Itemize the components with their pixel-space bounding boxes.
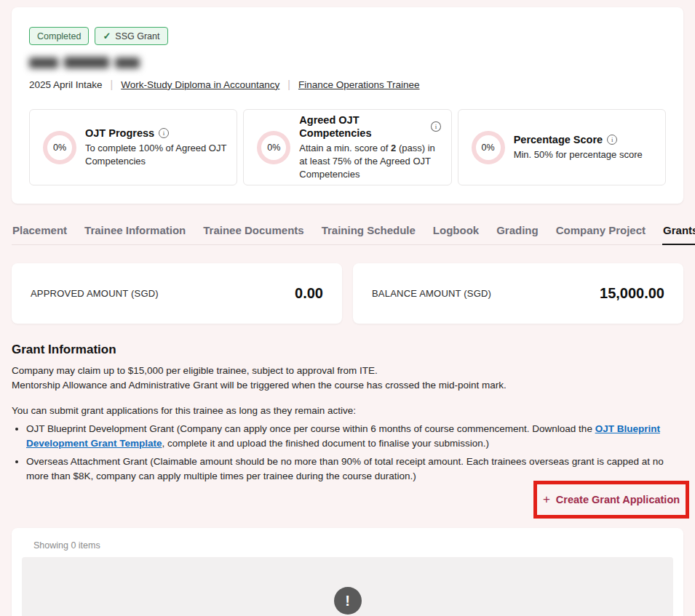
- divider: |: [287, 79, 290, 90]
- amounts-row: APPROVED AMOUNT (SGD) 0.00 BALANCE AMOUN…: [12, 263, 683, 324]
- progress-ring: 0%: [472, 131, 505, 164]
- grant-info-intro: You can submit grant applications for th…: [12, 404, 683, 418]
- stat-card-percentage-score: 0% Percentage Score i Min. 50% for perce…: [458, 109, 666, 185]
- divider: |: [111, 79, 114, 90]
- annotation-highlight-box: + Create Grant Application: [533, 481, 689, 519]
- info-icon[interactable]: i: [159, 128, 169, 138]
- balance-amount-value: 15,000.00: [600, 285, 664, 302]
- grants-list-card: Showing 0 items ! No data to display yet…: [12, 528, 683, 616]
- bullet-overseas-attachment-grant: Overseas Attachment Grant (Claimable amo…: [26, 455, 683, 484]
- section-title: Grant Information: [12, 343, 683, 357]
- empty-state-panel: ! No data to display yet.: [22, 557, 673, 616]
- items-count-text: Showing 0 items: [33, 540, 673, 551]
- trainee-name-redacted: [29, 54, 146, 71]
- stat-description: To complete 100% of Agreed OJT Competenc…: [85, 142, 226, 168]
- stat-title: OJT Progress: [85, 127, 154, 140]
- stat-title: Agreed OJT Competencies: [299, 113, 426, 140]
- trainee-header-card: Completed ✓ SSG Grant 2025 April Intake …: [12, 7, 683, 204]
- progress-percent: 0%: [482, 143, 495, 153]
- approved-amount-value: 0.00: [295, 285, 323, 302]
- tab-trainee-information[interactable]: Trainee Information: [84, 220, 186, 244]
- balance-amount-card: BALANCE AMOUNT (SGD) 15,000.00: [353, 263, 683, 324]
- create-grant-application-button[interactable]: + Create Grant Application: [543, 492, 680, 507]
- progress-percent: 0%: [267, 143, 280, 153]
- balance-amount-label: BALANCE AMOUNT (SGD): [372, 288, 491, 299]
- tab-training-schedule[interactable]: Training Schedule: [321, 220, 416, 244]
- tab-company-project[interactable]: Company Project: [555, 220, 646, 244]
- stat-card-agreed-competencies: 0% Agreed OJT Competencies i Attain a mi…: [243, 109, 451, 185]
- tab-logbook[interactable]: Logbook: [432, 220, 480, 244]
- bullet-ojt-blueprint-grant: OJT Blueprint Development Grant (Company…: [26, 422, 683, 451]
- ssg-grant-badge-label: SSG Grant: [115, 31, 159, 41]
- progress-ring: 0%: [43, 131, 76, 164]
- ssg-grant-badge: ✓ SSG Grant: [95, 27, 167, 45]
- grant-info-line2: Mentorship Allowance and Administrative …: [12, 378, 683, 393]
- exclamation-icon: !: [334, 587, 362, 615]
- badge-row: Completed ✓ SSG Grant: [29, 27, 666, 45]
- intake-label: 2025 April Intake: [29, 79, 103, 90]
- course-link[interactable]: Work-Study Diploma in Accountancy: [121, 79, 279, 90]
- progress-ring: 0%: [257, 131, 290, 164]
- trainee-meta-row: 2025 April Intake | Work-Study Diploma i…: [29, 79, 666, 90]
- info-icon[interactable]: i: [431, 121, 440, 132]
- create-grant-application-label: Create Grant Application: [556, 494, 680, 505]
- status-badge-completed: Completed: [29, 27, 89, 45]
- tab-grading[interactable]: Grading: [496, 220, 539, 244]
- grant-info-line1: Company may claim up to $15,000 per elig…: [12, 364, 683, 378]
- approved-amount-label: APPROVED AMOUNT (SGD): [31, 288, 159, 299]
- role-link[interactable]: Finance Operations Trainee: [298, 79, 420, 90]
- grant-information-section: Grant Information Company may claim up t…: [12, 343, 683, 484]
- grant-bullet-list: OJT Blueprint Development Grant (Company…: [12, 422, 683, 484]
- stats-row: 0% OJT Progress i To complete 100% of Ag…: [29, 109, 666, 185]
- stat-card-ojt-progress: 0% OJT Progress i To complete 100% of Ag…: [29, 109, 237, 185]
- stat-title: Percentage Score: [514, 133, 603, 146]
- check-icon: ✓: [103, 31, 111, 41]
- status-badge-label: Completed: [37, 31, 81, 41]
- approved-amount-card: APPROVED AMOUNT (SGD) 0.00: [12, 263, 342, 324]
- tab-placement[interactable]: Placement: [12, 220, 68, 244]
- tab-trainee-documents[interactable]: Trainee Documents: [202, 220, 304, 244]
- plus-icon: +: [543, 492, 550, 507]
- stat-description: Attain a min. score of 2 (pass) in at le…: [299, 142, 440, 181]
- stat-description: Min. 50% for percentage score: [514, 148, 643, 161]
- tab-grants[interactable]: Grants: [662, 220, 695, 245]
- info-icon[interactable]: i: [607, 135, 617, 145]
- tab-bar: Placement Trainee Information Trainee Do…: [12, 220, 683, 245]
- progress-percent: 0%: [53, 143, 66, 153]
